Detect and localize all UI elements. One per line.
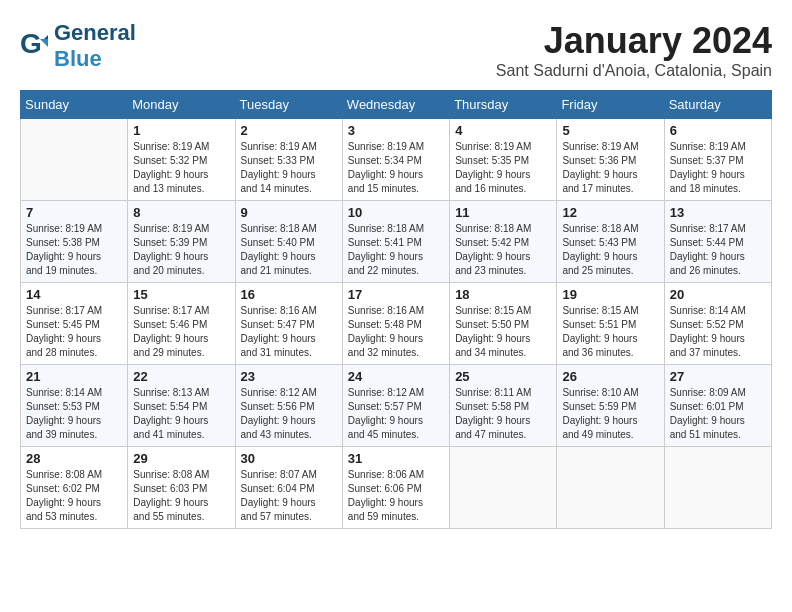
weekday-header-saturday: Saturday — [664, 91, 771, 119]
day-info: Sunrise: 8:14 AM Sunset: 5:52 PM Dayligh… — [670, 304, 766, 360]
calendar-cell: 9Sunrise: 8:18 AM Sunset: 5:40 PM Daylig… — [235, 201, 342, 283]
calendar-cell: 31Sunrise: 8:06 AM Sunset: 6:06 PM Dayli… — [342, 447, 449, 529]
day-number: 19 — [562, 287, 658, 302]
day-info: Sunrise: 8:18 AM Sunset: 5:41 PM Dayligh… — [348, 222, 444, 278]
day-number: 20 — [670, 287, 766, 302]
day-info: Sunrise: 8:13 AM Sunset: 5:54 PM Dayligh… — [133, 386, 229, 442]
location-subtitle: Sant Sadurni d'Anoia, Catalonia, Spain — [496, 62, 772, 80]
weekday-header-friday: Friday — [557, 91, 664, 119]
calendar-cell: 15Sunrise: 8:17 AM Sunset: 5:46 PM Dayli… — [128, 283, 235, 365]
calendar-cell: 11Sunrise: 8:18 AM Sunset: 5:42 PM Dayli… — [450, 201, 557, 283]
calendar-week-row: 14Sunrise: 8:17 AM Sunset: 5:45 PM Dayli… — [21, 283, 772, 365]
day-number: 6 — [670, 123, 766, 138]
day-info: Sunrise: 8:19 AM Sunset: 5:37 PM Dayligh… — [670, 140, 766, 196]
day-info: Sunrise: 8:10 AM Sunset: 5:59 PM Dayligh… — [562, 386, 658, 442]
calendar-cell: 5Sunrise: 8:19 AM Sunset: 5:36 PM Daylig… — [557, 119, 664, 201]
day-number: 1 — [133, 123, 229, 138]
day-number: 22 — [133, 369, 229, 384]
header: G General Blue January 2024 Sant Sadurni… — [20, 20, 772, 80]
day-info: Sunrise: 8:08 AM Sunset: 6:02 PM Dayligh… — [26, 468, 122, 524]
svg-text:G: G — [20, 31, 42, 59]
day-number: 3 — [348, 123, 444, 138]
calendar-cell — [664, 447, 771, 529]
day-info: Sunrise: 8:07 AM Sunset: 6:04 PM Dayligh… — [241, 468, 337, 524]
calendar-cell: 10Sunrise: 8:18 AM Sunset: 5:41 PM Dayli… — [342, 201, 449, 283]
calendar-cell: 28Sunrise: 8:08 AM Sunset: 6:02 PM Dayli… — [21, 447, 128, 529]
calendar-cell: 1Sunrise: 8:19 AM Sunset: 5:32 PM Daylig… — [128, 119, 235, 201]
day-info: Sunrise: 8:15 AM Sunset: 5:50 PM Dayligh… — [455, 304, 551, 360]
day-info: Sunrise: 8:17 AM Sunset: 5:44 PM Dayligh… — [670, 222, 766, 278]
day-info: Sunrise: 8:17 AM Sunset: 5:45 PM Dayligh… — [26, 304, 122, 360]
calendar-cell: 24Sunrise: 8:12 AM Sunset: 5:57 PM Dayli… — [342, 365, 449, 447]
logo-icon: G — [20, 31, 50, 61]
day-info: Sunrise: 8:19 AM Sunset: 5:38 PM Dayligh… — [26, 222, 122, 278]
day-number: 26 — [562, 369, 658, 384]
calendar-cell: 14Sunrise: 8:17 AM Sunset: 5:45 PM Dayli… — [21, 283, 128, 365]
day-number: 12 — [562, 205, 658, 220]
day-number: 28 — [26, 451, 122, 466]
calendar-cell: 8Sunrise: 8:19 AM Sunset: 5:39 PM Daylig… — [128, 201, 235, 283]
calendar-cell: 19Sunrise: 8:15 AM Sunset: 5:51 PM Dayli… — [557, 283, 664, 365]
day-info: Sunrise: 8:08 AM Sunset: 6:03 PM Dayligh… — [133, 468, 229, 524]
calendar-week-row: 21Sunrise: 8:14 AM Sunset: 5:53 PM Dayli… — [21, 365, 772, 447]
calendar-cell — [557, 447, 664, 529]
logo: G General Blue — [20, 20, 136, 72]
day-info: Sunrise: 8:11 AM Sunset: 5:58 PM Dayligh… — [455, 386, 551, 442]
day-number: 30 — [241, 451, 337, 466]
day-number: 15 — [133, 287, 229, 302]
calendar-cell: 12Sunrise: 8:18 AM Sunset: 5:43 PM Dayli… — [557, 201, 664, 283]
calendar-cell: 29Sunrise: 8:08 AM Sunset: 6:03 PM Dayli… — [128, 447, 235, 529]
day-info: Sunrise: 8:17 AM Sunset: 5:46 PM Dayligh… — [133, 304, 229, 360]
day-info: Sunrise: 8:09 AM Sunset: 6:01 PM Dayligh… — [670, 386, 766, 442]
calendar-cell: 22Sunrise: 8:13 AM Sunset: 5:54 PM Dayli… — [128, 365, 235, 447]
day-info: Sunrise: 8:19 AM Sunset: 5:35 PM Dayligh… — [455, 140, 551, 196]
calendar-cell: 21Sunrise: 8:14 AM Sunset: 5:53 PM Dayli… — [21, 365, 128, 447]
day-number: 21 — [26, 369, 122, 384]
calendar-week-row: 1Sunrise: 8:19 AM Sunset: 5:32 PM Daylig… — [21, 119, 772, 201]
calendar-week-row: 7Sunrise: 8:19 AM Sunset: 5:38 PM Daylig… — [21, 201, 772, 283]
day-info: Sunrise: 8:16 AM Sunset: 5:47 PM Dayligh… — [241, 304, 337, 360]
month-title: January 2024 — [496, 20, 772, 62]
day-info: Sunrise: 8:12 AM Sunset: 5:56 PM Dayligh… — [241, 386, 337, 442]
day-number: 7 — [26, 205, 122, 220]
day-info: Sunrise: 8:16 AM Sunset: 5:48 PM Dayligh… — [348, 304, 444, 360]
calendar-table: SundayMondayTuesdayWednesdayThursdayFrid… — [20, 90, 772, 529]
logo-blue-text: Blue — [54, 46, 102, 71]
calendar-cell: 27Sunrise: 8:09 AM Sunset: 6:01 PM Dayli… — [664, 365, 771, 447]
calendar-cell: 4Sunrise: 8:19 AM Sunset: 5:35 PM Daylig… — [450, 119, 557, 201]
calendar-cell: 13Sunrise: 8:17 AM Sunset: 5:44 PM Dayli… — [664, 201, 771, 283]
calendar-cell: 25Sunrise: 8:11 AM Sunset: 5:58 PM Dayli… — [450, 365, 557, 447]
day-number: 31 — [348, 451, 444, 466]
day-number: 10 — [348, 205, 444, 220]
weekday-header-monday: Monday — [128, 91, 235, 119]
day-number: 24 — [348, 369, 444, 384]
day-number: 27 — [670, 369, 766, 384]
day-number: 14 — [26, 287, 122, 302]
calendar-cell: 23Sunrise: 8:12 AM Sunset: 5:56 PM Dayli… — [235, 365, 342, 447]
day-number: 8 — [133, 205, 229, 220]
day-info: Sunrise: 8:18 AM Sunset: 5:43 PM Dayligh… — [562, 222, 658, 278]
day-number: 18 — [455, 287, 551, 302]
calendar-cell: 18Sunrise: 8:15 AM Sunset: 5:50 PM Dayli… — [450, 283, 557, 365]
day-info: Sunrise: 8:18 AM Sunset: 5:40 PM Dayligh… — [241, 222, 337, 278]
weekday-header-sunday: Sunday — [21, 91, 128, 119]
day-info: Sunrise: 8:19 AM Sunset: 5:33 PM Dayligh… — [241, 140, 337, 196]
calendar-cell: 20Sunrise: 8:14 AM Sunset: 5:52 PM Dayli… — [664, 283, 771, 365]
weekday-header-wednesday: Wednesday — [342, 91, 449, 119]
day-number: 5 — [562, 123, 658, 138]
day-number: 11 — [455, 205, 551, 220]
calendar-cell: 7Sunrise: 8:19 AM Sunset: 5:38 PM Daylig… — [21, 201, 128, 283]
day-info: Sunrise: 8:18 AM Sunset: 5:42 PM Dayligh… — [455, 222, 551, 278]
day-number: 2 — [241, 123, 337, 138]
calendar-cell: 26Sunrise: 8:10 AM Sunset: 5:59 PM Dayli… — [557, 365, 664, 447]
calendar-cell: 17Sunrise: 8:16 AM Sunset: 5:48 PM Dayli… — [342, 283, 449, 365]
logo-general-text: General — [54, 20, 136, 45]
calendar-cell: 30Sunrise: 8:07 AM Sunset: 6:04 PM Dayli… — [235, 447, 342, 529]
day-info: Sunrise: 8:19 AM Sunset: 5:34 PM Dayligh… — [348, 140, 444, 196]
calendar-cell: 3Sunrise: 8:19 AM Sunset: 5:34 PM Daylig… — [342, 119, 449, 201]
day-number: 9 — [241, 205, 337, 220]
calendar-cell: 16Sunrise: 8:16 AM Sunset: 5:47 PM Dayli… — [235, 283, 342, 365]
weekday-header-row: SundayMondayTuesdayWednesdayThursdayFrid… — [21, 91, 772, 119]
weekday-header-thursday: Thursday — [450, 91, 557, 119]
calendar-week-row: 28Sunrise: 8:08 AM Sunset: 6:02 PM Dayli… — [21, 447, 772, 529]
